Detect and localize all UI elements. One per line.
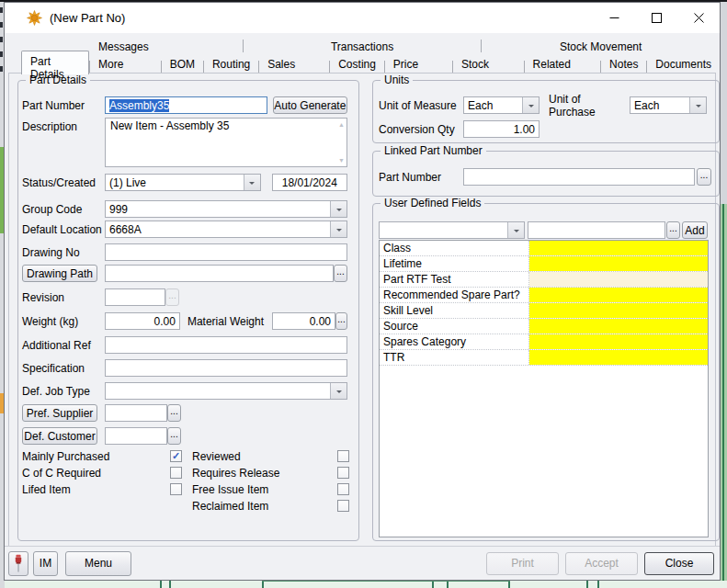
- udf-row[interactable]: Recommended Spare Part?: [380, 288, 708, 303]
- udf-field-dropdown[interactable]: [379, 221, 525, 239]
- udf-row[interactable]: Spares Category: [380, 334, 708, 350]
- lifed-item-label: Lifed Item: [22, 483, 170, 496]
- status-dropdown[interactable]: (1) Live: [105, 174, 261, 191]
- revision-label: Revision: [22, 291, 105, 304]
- tab-documents[interactable]: Documents: [647, 55, 720, 74]
- revision-input[interactable]: [105, 288, 165, 306]
- specification-input[interactable]: [105, 359, 347, 377]
- udf-row[interactable]: Lifetime: [380, 256, 708, 272]
- def-customer-button[interactable]: Def. Customer: [22, 427, 97, 445]
- udf-add-button[interactable]: Add: [682, 221, 708, 239]
- drawing-no-label: Drawing No: [22, 246, 105, 259]
- udf-name-lifetime: Lifetime: [380, 256, 529, 271]
- group-units: Units Unit of Measure Each Unit of Purch…: [372, 80, 720, 143]
- group-code-dropdown[interactable]: 999: [105, 200, 347, 218]
- background-right-sliver: [721, 2, 727, 588]
- tab-part-details[interactable]: Part Details: [21, 51, 89, 74]
- conversion-qty-label: Conversion Qty: [379, 123, 463, 136]
- pref-supplier-input[interactable]: [105, 404, 167, 422]
- tab-sales-prices[interactable]: Sales Prices: [259, 55, 329, 74]
- tab-more-details[interactable]: More Details: [90, 55, 161, 74]
- udf-row[interactable]: Skill Level: [380, 303, 708, 319]
- linked-part-number-input[interactable]: [463, 168, 695, 186]
- pin-button[interactable]: [8, 551, 28, 576]
- tab-related-items[interactable]: Related Items: [525, 55, 601, 74]
- udf-value-class[interactable]: [529, 241, 708, 255]
- udf-value-skill-level[interactable]: [529, 303, 708, 318]
- default-location-dropdown[interactable]: 6668A: [105, 220, 347, 238]
- checkbox-free-issue-item[interactable]: [337, 483, 349, 495]
- udf-row[interactable]: Class: [380, 241, 708, 256]
- pref-supplier-browse-button[interactable]: ...: [167, 404, 181, 422]
- udf-row[interactable]: Source: [380, 319, 708, 334]
- drawing-path-browse-button[interactable]: ...: [334, 265, 347, 282]
- im-button[interactable]: IM: [33, 551, 58, 576]
- tab-stock-status[interactable]: Stock Status: [453, 55, 524, 74]
- close-icon: [694, 13, 704, 23]
- def-customer-input[interactable]: [105, 427, 167, 445]
- pref-supplier-button[interactable]: Pref. Supplier: [22, 404, 97, 422]
- udf-value-input[interactable]: [528, 221, 665, 239]
- tab-group-stock-movement[interactable]: Stock Movement: [482, 40, 720, 53]
- udf-row[interactable]: TTR: [380, 350, 708, 366]
- group-user-defined-fields: User Defined Fields ... Add ClassLifetim…: [372, 203, 720, 541]
- udf-value-spares-category[interactable]: [529, 334, 708, 349]
- minimize-icon: [609, 13, 619, 23]
- udf-value-lifetime[interactable]: [529, 256, 708, 271]
- udf-name-ttr: TTR: [380, 350, 529, 365]
- def-customer-browse-button[interactable]: ...: [167, 427, 181, 445]
- unit-of-measure-dropdown[interactable]: Each: [463, 96, 540, 114]
- accept-button: Accept: [565, 552, 638, 575]
- drawing-no-input[interactable]: [105, 243, 347, 261]
- material-weight-browse-button[interactable]: ...: [335, 312, 347, 330]
- udf-value-ttr[interactable]: [529, 350, 708, 365]
- udf-browse-button[interactable]: ...: [666, 221, 680, 239]
- conversion-qty-input[interactable]: 1.00: [463, 120, 540, 138]
- udf-name-spares-category: Spares Category: [380, 334, 529, 349]
- udf-row[interactable]: Part RTF Test: [380, 272, 708, 288]
- checkbox-reviewed[interactable]: [337, 450, 349, 462]
- maximize-button[interactable]: [635, 3, 677, 33]
- checkbox-lifed-item[interactable]: [170, 483, 182, 495]
- tab-routing[interactable]: Routing: [204, 55, 258, 74]
- close-button[interactable]: Close: [644, 552, 714, 575]
- linked-part-number-label: Part Number: [379, 171, 463, 184]
- menu-button[interactable]: Menu: [65, 551, 131, 576]
- additional-ref-input[interactable]: [105, 336, 347, 354]
- def-job-type-dropdown[interactable]: [105, 382, 347, 400]
- checkbox-reclaimed-item[interactable]: [337, 500, 349, 512]
- unit-of-purchase-dropdown[interactable]: Each: [630, 96, 707, 114]
- pushpin-icon: [13, 554, 24, 573]
- created-date-field[interactable]: 18/01/2024: [272, 174, 347, 191]
- reclaimed-item-label: Reclaimed Item: [192, 500, 337, 513]
- linked-part-number-browse-button[interactable]: ...: [697, 168, 711, 186]
- unit-of-purchase-label: Unit of Purchase: [549, 93, 630, 119]
- tab-costing[interactable]: Costing: [330, 55, 384, 74]
- print-button: Print: [486, 552, 559, 575]
- udf-name-skill-level: Skill Level: [380, 303, 529, 318]
- part-number-input[interactable]: Assembly35: [105, 96, 267, 114]
- checkbox-requires-release[interactable]: [337, 467, 349, 479]
- description-label: Description: [22, 120, 105, 133]
- close-window-button[interactable]: [677, 3, 720, 33]
- tab-notes[interactable]: Notes: [601, 55, 646, 74]
- tab-group-transactions[interactable]: Transactions: [244, 40, 482, 53]
- weight-input[interactable]: 0.00: [105, 312, 180, 330]
- tab-bom[interactable]: BOM: [162, 55, 203, 74]
- chevron-down-icon: [507, 222, 524, 238]
- drawing-path-input[interactable]: [105, 265, 334, 282]
- udf-value-recommended-spare-part[interactable]: [529, 288, 708, 302]
- udf-value-source[interactable]: [529, 319, 708, 334]
- background-bottom-sliver: [5, 581, 727, 588]
- minimize-button[interactable]: [593, 3, 635, 33]
- auto-generate-button[interactable]: Auto Generate: [273, 96, 347, 114]
- checkbox-c-of-c-required[interactable]: [170, 467, 182, 479]
- material-weight-input[interactable]: 0.00: [272, 312, 335, 330]
- checkbox-row: Reclaimed Item: [22, 500, 348, 512]
- tab-price-matrix[interactable]: Price Matrix: [385, 55, 452, 74]
- drawing-path-button[interactable]: Drawing Path: [22, 265, 97, 282]
- checkbox-row: C of C RequiredRequires Release: [22, 467, 348, 479]
- udf-value-part-rtf-test[interactable]: [529, 272, 708, 287]
- checkbox-mainly-purchased[interactable]: ✓: [170, 450, 182, 462]
- description-input[interactable]: New Item - Assembly 35 ▲ ▼: [105, 118, 347, 167]
